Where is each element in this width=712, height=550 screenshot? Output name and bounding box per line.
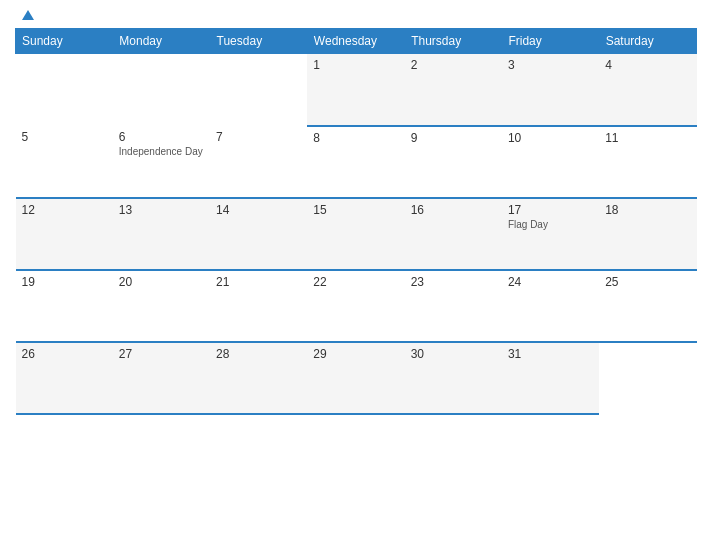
day-number: 26	[22, 347, 107, 361]
calendar-cell: 21	[210, 270, 307, 342]
calendar-cell: 22	[307, 270, 404, 342]
weekday-header-saturday: Saturday	[599, 29, 696, 54]
weekday-header-thursday: Thursday	[405, 29, 502, 54]
week-row-2: 121314151617Flag Day18	[16, 198, 697, 270]
calendar-cell: 1	[307, 54, 404, 126]
week-row-4: 262728293031	[16, 342, 697, 414]
week-row-3: 19202122232425	[16, 270, 697, 342]
calendar-cell: 10	[502, 126, 599, 198]
day-number: 1	[313, 58, 398, 72]
calendar-cell: 12	[16, 198, 113, 270]
day-number: 6	[119, 130, 204, 144]
calendar-cell	[599, 342, 696, 414]
calendar-cell: 16	[405, 198, 502, 270]
calendar-container: SundayMondayTuesdayWednesdayThursdayFrid…	[0, 0, 712, 550]
day-number: 4	[605, 58, 690, 72]
calendar-cell: 2	[405, 54, 502, 126]
calendar-cell: 26	[16, 342, 113, 414]
calendar-cell: 19	[16, 270, 113, 342]
calendar-cell	[113, 54, 210, 126]
day-number: 22	[313, 275, 398, 289]
calendar-cell: 17Flag Day	[502, 198, 599, 270]
day-number: 11	[605, 131, 690, 145]
weekday-header-row: SundayMondayTuesdayWednesdayThursdayFrid…	[16, 29, 697, 54]
day-number: 25	[605, 275, 690, 289]
calendar-cell: 4	[599, 54, 696, 126]
calendar-cell: 13	[113, 198, 210, 270]
day-number: 24	[508, 275, 593, 289]
week-row-1: 56Independence Day7891011	[16, 126, 697, 198]
day-number: 3	[508, 58, 593, 72]
calendar-cell: 23	[405, 270, 502, 342]
calendar-cell: 28	[210, 342, 307, 414]
event-label: Flag Day	[508, 219, 593, 230]
day-number: 18	[605, 203, 690, 217]
calendar-cell: 6Independence Day	[113, 126, 210, 198]
calendar-cell: 14	[210, 198, 307, 270]
calendar-cell: 31	[502, 342, 599, 414]
calendar-cell	[16, 54, 113, 126]
weekday-header-tuesday: Tuesday	[210, 29, 307, 54]
week-row-0: 1234	[16, 54, 697, 126]
day-number: 14	[216, 203, 301, 217]
day-number: 5	[22, 130, 107, 144]
weekday-header-monday: Monday	[113, 29, 210, 54]
day-number: 15	[313, 203, 398, 217]
calendar-grid: SundayMondayTuesdayWednesdayThursdayFrid…	[15, 28, 697, 415]
weekday-header-wednesday: Wednesday	[307, 29, 404, 54]
weekday-header-sunday: Sunday	[16, 29, 113, 54]
logo	[20, 10, 34, 20]
calendar-cell: 25	[599, 270, 696, 342]
calendar-cell: 5	[16, 126, 113, 198]
day-number: 19	[22, 275, 107, 289]
day-number: 23	[411, 275, 496, 289]
day-number: 12	[22, 203, 107, 217]
day-number: 31	[508, 347, 593, 361]
event-label: Independence Day	[119, 146, 204, 157]
calendar-cell: 11	[599, 126, 696, 198]
calendar-cell: 8	[307, 126, 404, 198]
calendar-cell: 18	[599, 198, 696, 270]
day-number: 2	[411, 58, 496, 72]
calendar-cell: 27	[113, 342, 210, 414]
calendar-cell: 9	[405, 126, 502, 198]
day-number: 9	[411, 131, 496, 145]
header	[15, 10, 697, 20]
weekday-header-friday: Friday	[502, 29, 599, 54]
day-number: 13	[119, 203, 204, 217]
day-number: 27	[119, 347, 204, 361]
day-number: 16	[411, 203, 496, 217]
day-number: 8	[313, 131, 398, 145]
calendar-cell: 3	[502, 54, 599, 126]
day-number: 30	[411, 347, 496, 361]
calendar-cell	[210, 54, 307, 126]
day-number: 29	[313, 347, 398, 361]
day-number: 21	[216, 275, 301, 289]
day-number: 20	[119, 275, 204, 289]
day-number: 28	[216, 347, 301, 361]
day-number: 7	[216, 130, 301, 144]
calendar-cell: 29	[307, 342, 404, 414]
logo-triangle-icon	[22, 10, 34, 20]
calendar-cell: 15	[307, 198, 404, 270]
calendar-cell: 20	[113, 270, 210, 342]
day-number: 10	[508, 131, 593, 145]
calendar-cell: 24	[502, 270, 599, 342]
calendar-cell: 7	[210, 126, 307, 198]
day-number: 17	[508, 203, 593, 217]
calendar-cell: 30	[405, 342, 502, 414]
